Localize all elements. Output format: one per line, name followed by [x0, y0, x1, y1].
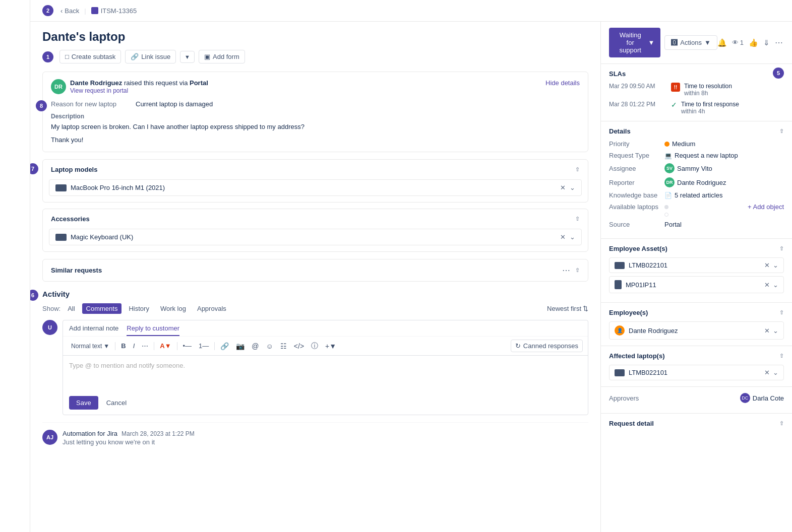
- accessories-item-actions[interactable]: ✕ ⌄: [560, 233, 575, 241]
- canned-responses-button[interactable]: ↻ Canned responses: [511, 340, 583, 352]
- request-detail-title: Request detail: [609, 420, 654, 427]
- field-row: Reason for new laptop Current laptop is …: [51, 100, 580, 108]
- employee-actions[interactable]: ✕ ⌄: [764, 327, 778, 335]
- employee-assets-collapse-icon[interactable]: ⇧: [779, 245, 784, 252]
- share-icon[interactable]: ⇓: [763, 38, 770, 47]
- asset2-name: MP01IP11: [626, 281, 656, 289]
- actions-icon: 🅾: [671, 39, 678, 46]
- filter-all-tab[interactable]: All: [64, 303, 79, 314]
- reply-customer-tab[interactable]: Reply to customer: [127, 324, 179, 336]
- newest-first-sort[interactable]: Newest first ⇅: [547, 305, 588, 312]
- laptop-item-name: MacBook Pro 16-inch M1 (2021): [71, 184, 165, 191]
- text-color-button[interactable]: A▼: [157, 341, 174, 351]
- filter-comments-tab[interactable]: Comments: [82, 303, 122, 314]
- asset1-expand-icon[interactable]: ⌄: [773, 261, 778, 269]
- mention-button[interactable]: @: [249, 341, 262, 352]
- ticket-id: ITSM-13365: [101, 7, 137, 15]
- bold-button[interactable]: B: [118, 341, 129, 351]
- more-text-button[interactable]: ⋯: [139, 341, 151, 351]
- laptop-header[interactable]: Laptop models ⇧: [43, 160, 588, 179]
- toolbar-sep2: [154, 342, 154, 350]
- request-type-label: Request Type: [609, 152, 664, 159]
- create-subtask-button[interactable]: □ Create subtask: [59, 50, 121, 63]
- internal-note-tab[interactable]: Add internal note: [69, 324, 118, 336]
- accessories-expand-icon[interactable]: ⌄: [570, 233, 575, 241]
- accessories-header[interactable]: Accessories ⇧: [43, 209, 588, 229]
- add-object-btn[interactable]: + Add object: [748, 203, 784, 211]
- add-form-button[interactable]: ▣ Add form: [199, 50, 245, 63]
- right-panel-icons: 🔔 👁 1 👍 ⇓ ⋯: [717, 38, 784, 47]
- employee-unlink-icon[interactable]: ✕: [764, 327, 770, 335]
- laptop-expand-icon[interactable]: ⌄: [570, 184, 575, 191]
- affected-laptops-collapse-icon[interactable]: ⇧: [779, 353, 784, 359]
- laptop-models-section: 7 Laptop models ⇧ MacBook Pro 16-inch M1…: [42, 159, 588, 203]
- laptop-item-actions[interactable]: ✕ ⌄: [560, 184, 575, 191]
- status-label: Waiting for support: [615, 31, 645, 54]
- laptop-unlink-icon[interactable]: ✕: [560, 184, 566, 191]
- automation-header: Automation for Jira March 28, 2023 at 1:…: [63, 430, 195, 437]
- sla1-info: Time to resolution within 8h: [684, 83, 732, 97]
- employee-expand-icon[interactable]: ⌄: [773, 327, 778, 335]
- employees-collapse-icon[interactable]: ⇧: [779, 309, 784, 316]
- raised-text: raised this request via: [124, 79, 190, 87]
- emoji-button[interactable]: ☺: [263, 341, 276, 352]
- description-label: Description: [51, 113, 580, 120]
- filter-approvals-tab[interactable]: Approvals: [193, 303, 230, 314]
- info-button[interactable]: ⓘ: [308, 340, 321, 352]
- editor-body[interactable]: Type @ to mention and notify someone.: [63, 356, 588, 391]
- similar-more-icon[interactable]: ⋯: [562, 265, 571, 275]
- back-link[interactable]: ‹ Back: [60, 7, 79, 15]
- actions-button[interactable]: 🅾 Actions ▼: [664, 35, 717, 50]
- similar-requests-header[interactable]: Similar requests ⋯ ⇧: [43, 259, 588, 281]
- affected-asset-expand-icon[interactable]: ⌄: [773, 369, 778, 376]
- link-button[interactable]: 🔗: [217, 341, 232, 352]
- more-options-icon[interactable]: ⋯: [775, 38, 784, 47]
- request-type-text: Request a new laptop: [675, 152, 738, 159]
- employee-assets-section: Employee Asset(s) ⇧ LTMB022101 ✕ ⌄: [601, 239, 792, 303]
- sla2-date: Mar 28 01:22 PM: [609, 101, 667, 108]
- bullet-list-button[interactable]: •—: [180, 341, 195, 351]
- save-button[interactable]: Save: [69, 396, 98, 410]
- asset2-expand-icon[interactable]: ⌄: [773, 281, 778, 289]
- image-button[interactable]: 📷: [233, 341, 248, 352]
- notification-icon[interactable]: 🔔: [717, 38, 727, 47]
- header-bar: 2 ‹ Back | ITSM-13365: [30, 0, 792, 22]
- asset2-actions[interactable]: ✕ ⌄: [764, 281, 778, 289]
- similar-chevron-icon[interactable]: ⇧: [575, 267, 580, 274]
- link-issue-button[interactable]: 🔗 Link issue: [125, 50, 176, 63]
- code-button[interactable]: </>: [291, 341, 307, 352]
- filter-history-tab[interactable]: History: [125, 303, 153, 314]
- request-detail-collapse-icon[interactable]: ⇧: [779, 420, 784, 427]
- available-laptops-label: Available laptops: [609, 203, 664, 211]
- assignee-row: Assignee SV Sammy Vito: [609, 163, 784, 173]
- asset2-unlink-icon[interactable]: ✕: [764, 281, 770, 289]
- add-form-label: Add form: [213, 53, 239, 60]
- table-button[interactable]: ☷: [277, 341, 290, 352]
- accessories-unlink-icon[interactable]: ✕: [560, 233, 566, 241]
- details-collapse-icon[interactable]: ⇧: [779, 128, 784, 135]
- affected-asset-unlink-icon[interactable]: ✕: [764, 369, 770, 376]
- view-request-link[interactable]: View request in portal: [70, 87, 128, 94]
- asset1-actions[interactable]: ✕ ⌄: [764, 261, 778, 269]
- canned-responses-label: Canned responses: [523, 342, 578, 350]
- available-laptops-row: Available laptops + Add object: [609, 203, 784, 211]
- slas-header: SLAs ⇧: [609, 70, 784, 78]
- actions-label: Actions: [680, 39, 702, 46]
- affected-asset-actions[interactable]: ✕ ⌄: [764, 369, 778, 376]
- breadcrumb-ticket[interactable]: ITSM-13365: [91, 7, 137, 15]
- text-style-selector[interactable]: Normal text ▼: [68, 341, 112, 351]
- italic-button[interactable]: I: [130, 341, 138, 351]
- filter-worklog-tab[interactable]: Work log: [156, 303, 190, 314]
- status-button[interactable]: Waiting for support ▼: [609, 28, 660, 57]
- asset1-unlink-icon[interactable]: ✕: [764, 261, 770, 269]
- link-dropdown-button[interactable]: ▼: [180, 51, 195, 63]
- thumbsup-icon[interactable]: 👍: [749, 38, 758, 47]
- request-detail-header: Request detail ⇧: [609, 420, 784, 427]
- sla-row-2: Mar 28 01:22 PM ✓ Time to first response…: [609, 101, 784, 115]
- numbered-list-button[interactable]: 1—: [196, 341, 212, 351]
- cancel-button[interactable]: Cancel: [102, 396, 131, 410]
- hide-details-button[interactable]: Hide details: [545, 79, 580, 87]
- reporter-card: DR Dante Rodriguez raised this request v…: [42, 72, 588, 152]
- more-toolbar-button[interactable]: +▼: [322, 341, 339, 352]
- back-label: Back: [65, 7, 79, 15]
